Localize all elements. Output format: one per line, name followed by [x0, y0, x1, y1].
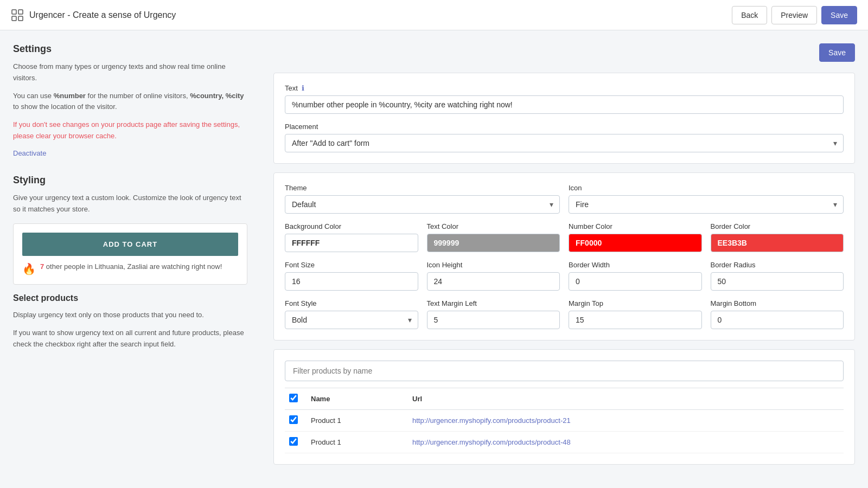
settings-title: Settings — [13, 43, 247, 55]
placement-select[interactable]: After "Add to cart" formBefore "Add to c… — [285, 134, 844, 152]
number-color-field: Number Color — [569, 222, 702, 252]
urgency-count: 7 — [40, 262, 44, 271]
styling-desc: Give your urgency text a custom look. Cu… — [13, 192, 247, 215]
border-radius-field: Border Radius — [711, 261, 844, 291]
back-button[interactable]: Back — [732, 6, 767, 24]
row-name: Product 1 — [307, 432, 408, 453]
location-vars: %country, %city — [190, 92, 244, 100]
number-color-input[interactable] — [569, 234, 702, 252]
font-style-field: Font Style BoldNormalItalic — [285, 299, 418, 329]
border-color-input[interactable] — [711, 234, 844, 252]
app-icon — [11, 9, 24, 22]
styling-card: Theme DefaultModernClassic Icon FireEyeS… — [273, 172, 855, 341]
row-checkbox[interactable] — [289, 415, 298, 424]
placement-field-group: Placement After "Add to cart" formBefore… — [285, 123, 844, 152]
number-var: %number — [54, 92, 86, 100]
urgency-preview: 🔥 7 other people in Lithuania, Zasliai a… — [22, 262, 238, 275]
size-row: Font Size Icon Height Border Width Borde… — [285, 261, 844, 291]
fire-icon: 🔥 — [22, 262, 36, 275]
table-header-row: Name Url — [285, 388, 844, 410]
table-row: Product 1 http://urgencer.myshopify.com/… — [285, 432, 844, 453]
font-style-select[interactable]: BoldNormalItalic — [285, 311, 418, 329]
svg-rect-0 — [12, 10, 16, 14]
preview-box: ADD TO CART 🔥 7 other people in Lithuani… — [13, 223, 247, 285]
row-checkbox-cell — [285, 410, 307, 432]
icon-label: Icon — [569, 184, 844, 192]
product-link[interactable]: http://urgencer.myshopify.com/products/p… — [412, 416, 571, 425]
row-name: Product 1 — [307, 410, 408, 432]
text-color-label: Text Color — [427, 222, 560, 230]
icon-height-input[interactable] — [427, 272, 560, 291]
placement-select-wrapper: After "Add to cart" formBefore "Add to c… — [285, 134, 844, 152]
settings-desc2: You can use %number for the number of on… — [13, 91, 247, 113]
theme-select-wrapper: DefaultModernClassic — [285, 195, 560, 214]
border-radius-input[interactable] — [711, 272, 844, 291]
svg-rect-1 — [18, 10, 23, 14]
products-table: Name Url Product 1 http://urgencer.mysho… — [285, 388, 844, 453]
theme-select[interactable]: DefaultModernClassic — [285, 195, 560, 214]
text-color-field: Text Color — [427, 222, 560, 252]
styling-section-sidebar: Styling Give your urgency text a custom … — [13, 175, 247, 285]
col-name-header: Name — [307, 388, 408, 410]
row-url: http://urgencer.myshopify.com/products/p… — [408, 432, 844, 453]
margin-bottom-input[interactable] — [711, 311, 844, 329]
margin-bottom-label: Margin Bottom — [711, 299, 844, 307]
border-width-field: Border Width — [569, 261, 702, 291]
settings-desc1: Choose from many types or urgency texts … — [13, 61, 247, 84]
text-input[interactable] — [285, 95, 844, 114]
product-filter-input[interactable] — [285, 361, 844, 381]
settings-section: Settings Choose from many types or urgen… — [13, 43, 247, 157]
preview-button[interactable]: Preview — [771, 6, 817, 24]
deactivate-link[interactable]: Deactivate — [13, 149, 46, 157]
text-label: Text ℹ — [285, 84, 844, 92]
col-url-header: Url — [408, 388, 844, 410]
font-style-label: Font Style — [285, 299, 418, 307]
col-checkbox — [285, 388, 307, 410]
icon-select-wrapper: FireEyeStar — [569, 195, 844, 214]
row-checkbox[interactable] — [289, 437, 298, 446]
table-row: Product 1 http://urgencer.myshopify.com/… — [285, 410, 844, 432]
bg-color-label: Background Color — [285, 222, 418, 230]
content-area: Save Text ℹ Placement After "Add to cart… — [260, 30, 868, 488]
theme-icon-row: Theme DefaultModernClassic Icon FireEyeS… — [285, 184, 844, 214]
products-desc1: Display urgency text only on those produ… — [13, 310, 247, 321]
products-title: Select products — [13, 293, 247, 303]
margin-top-input[interactable] — [569, 311, 702, 329]
margin-top-label: Margin Top — [569, 299, 702, 307]
text-margin-left-label: Text Margin Left — [427, 299, 560, 307]
products-table-body: Product 1 http://urgencer.myshopify.com/… — [285, 410, 844, 453]
row-url: http://urgencer.myshopify.com/products/p… — [408, 410, 844, 432]
bg-color-input[interactable] — [285, 234, 418, 252]
border-color-label: Border Color — [711, 222, 844, 230]
svg-rect-2 — [12, 16, 16, 21]
main-container: Settings Choose from many types or urgen… — [0, 30, 868, 488]
select-products-section-sidebar: Select products Display urgency text onl… — [13, 293, 247, 350]
product-link[interactable]: http://urgencer.myshopify.com/products/p… — [412, 438, 571, 446]
app-header: Urgencer - Create a sense of Urgency — [11, 9, 176, 22]
save-button-top[interactable]: Save — [821, 6, 857, 24]
select-all-checkbox[interactable] — [289, 394, 298, 402]
styling-title: Styling — [13, 175, 247, 186]
margin-bottom-field: Margin Bottom — [711, 299, 844, 329]
font-size-input[interactable] — [285, 272, 418, 291]
products-card: Name Url Product 1 http://urgencer.mysho… — [273, 349, 855, 465]
icon-height-field: Icon Height — [427, 261, 560, 291]
urgency-message: other people in Lithuania, Zasliai are w… — [46, 262, 222, 271]
info-icon[interactable]: ℹ — [302, 84, 304, 92]
nav-actions: Back Preview Save — [732, 6, 857, 24]
text-color-input[interactable] — [427, 234, 560, 252]
text-margin-left-input[interactable] — [427, 311, 560, 329]
add-to-cart-preview: ADD TO CART — [22, 233, 238, 256]
bg-color-field: Background Color — [285, 222, 418, 252]
border-width-input[interactable] — [569, 272, 702, 291]
theme-label: Theme — [285, 184, 560, 192]
top-nav: Urgencer - Create a sense of Urgency Bac… — [0, 0, 868, 30]
placement-label: Placement — [285, 123, 844, 131]
app-title: Urgencer - Create a sense of Urgency — [29, 10, 176, 20]
products-desc2: If you want to show urgency text on all … — [13, 328, 247, 350]
icon-select[interactable]: FireEyeStar — [569, 195, 844, 214]
save-button-content[interactable]: Save — [819, 43, 855, 62]
sidebar: Settings Choose from many types or urgen… — [0, 30, 260, 488]
font-style-select-wrapper: BoldNormalItalic — [285, 311, 418, 329]
margin-top-field: Margin Top — [569, 299, 702, 329]
